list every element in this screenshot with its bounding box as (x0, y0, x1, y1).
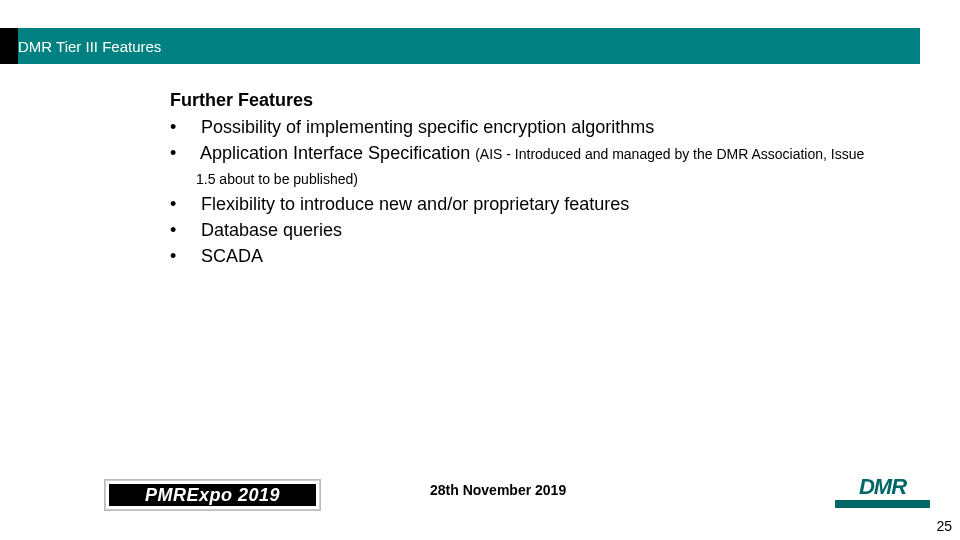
bullet-text: SCADA (201, 246, 263, 266)
dmr-logo-bar (835, 500, 930, 508)
list-item: Database queries (170, 218, 870, 242)
dmr-logo-text: DMR (859, 476, 906, 498)
slide: DMR Tier III Features Further Features P… (0, 0, 960, 540)
footer-date: 28th November 2019 (430, 482, 566, 498)
list-item: Application Interface Specification (AIS… (170, 141, 870, 190)
title-bar-black-strip (0, 28, 18, 64)
bullet-list: Possibility of implementing specific enc… (170, 115, 870, 269)
bullet-text: Application Interface Specification (200, 143, 475, 163)
section-heading: Further Features (170, 90, 870, 111)
bullet-text: Possibility of implementing specific enc… (201, 117, 654, 137)
bullet-text: Database queries (201, 220, 342, 240)
title-bar: DMR Tier III Features (0, 28, 920, 64)
page-number: 25 (936, 518, 952, 534)
list-item: SCADA (170, 244, 870, 268)
list-item: Possibility of implementing specific enc… (170, 115, 870, 139)
bullet-text: Flexibility to introduce new and/or prop… (201, 194, 629, 214)
content-block: Further Features Possibility of implemen… (170, 90, 870, 271)
dmr-logo: DMR (835, 476, 930, 510)
pmrexpo-logo-text: PMRExpo 2019 (145, 485, 280, 506)
list-item: Flexibility to introduce new and/or prop… (170, 192, 870, 216)
title-bar-text: DMR Tier III Features (18, 38, 161, 55)
pmrexpo-logo: PMRExpo 2019 (105, 480, 320, 510)
